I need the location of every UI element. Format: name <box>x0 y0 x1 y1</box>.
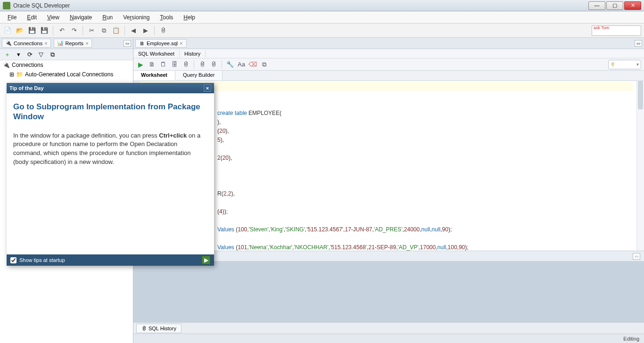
sql-tuning-icon[interactable]: 🛢 <box>198 60 206 69</box>
connection-selector[interactable]: ▾ <box>608 60 641 69</box>
bottom-tabs: 🛢 SQL History <box>133 322 644 334</box>
copy-icon[interactable]: ⧉ <box>99 26 108 35</box>
tip-text-bold: Ctrl+click <box>159 132 187 139</box>
dialog-close-icon[interactable]: × <box>204 84 211 92</box>
refresh-icon[interactable]: ⟳ <box>25 50 34 59</box>
header-sql-worksheet[interactable]: SQL Worksheet <box>133 50 180 57</box>
separator <box>154 26 155 35</box>
redo-icon[interactable]: ↷ <box>69 26 79 35</box>
dropdown-icon[interactable]: ▾ <box>14 50 23 59</box>
close-icon[interactable]: × <box>44 41 47 46</box>
menu-help[interactable]: Help <box>179 13 200 22</box>
undo-icon[interactable]: ↶ <box>57 26 66 35</box>
tab-connections[interactable]: 🔌 Connections × <box>2 39 51 48</box>
tab-reports[interactable]: 📊 Reports × <box>54 39 92 48</box>
header-history[interactable]: History <box>180 50 206 57</box>
query-icon[interactable]: ⧉ <box>260 60 268 69</box>
run-icon[interactable]: ▶ <box>136 60 145 69</box>
show-tips-label: Show tips at startup <box>19 257 65 263</box>
subtab-worksheet[interactable]: Worksheet <box>133 71 175 81</box>
subtab-querybuilder[interactable]: Query Builder <box>175 71 223 81</box>
minimize-panel-icon[interactable]: ▭ <box>633 253 640 260</box>
messages-log-area[interactable] <box>133 261 644 322</box>
rollback-icon[interactable]: 🛢 <box>209 60 218 69</box>
status-text: Editing <box>623 336 639 342</box>
reports-icon: 📊 <box>57 40 64 46</box>
menu-run[interactable]: Run <box>98 13 117 22</box>
worksheet-subtabs: Worksheet Query Builder <box>133 71 644 81</box>
menu-view[interactable]: View <box>42 13 64 22</box>
expand-icon[interactable]: ⊞ <box>9 71 14 78</box>
tree-icon[interactable]: ⧉ <box>48 50 57 59</box>
folder-icon: 📁 <box>16 71 23 78</box>
save-icon[interactable]: 💾 <box>27 26 37 35</box>
window-title: Oracle SQL Developer <box>13 2 588 9</box>
tree-node-autogen[interactable]: ⊞ 📁 Auto-Generated Local Connections <box>0 70 133 79</box>
menu-file[interactable]: File <box>3 13 21 22</box>
autotrace-icon[interactable]: 🗄 <box>170 60 179 69</box>
clear-icon[interactable]: ⌫ <box>248 60 257 69</box>
dialog-body: Go to Subprogram Implementation from Pac… <box>7 93 214 254</box>
main-toolbar: 📄 📂 💾 💾 ↶ ↷ ✂ ⧉ 📋 ◀ ▶ 🛢 ask Tom <box>0 24 644 38</box>
worksheet-header: SQL Worksheet History <box>133 49 644 58</box>
ask-tom-box[interactable]: ask Tom <box>592 25 641 36</box>
dialog-title: Tip of the Day <box>9 85 44 91</box>
separator <box>194 60 194 69</box>
connections-toolbar: ＋ ▾ ⟳ ▽ ⧉ <box>0 49 133 60</box>
connections-root-icon: 🔌 <box>3 62 10 68</box>
add-connection-icon[interactable]: ＋ <box>3 50 11 59</box>
menu-versioning[interactable]: Versioning <box>118 13 154 22</box>
window-titlebar: Oracle SQL Developer — ▢ ✕ <box>0 0 644 11</box>
tip-text-before: In the window for a package definition, … <box>13 132 159 139</box>
tab-employee-label: Employee.sql <box>147 41 178 46</box>
scrollbar-thumb[interactable] <box>638 81 643 109</box>
maximize-button[interactable]: ▢ <box>606 1 623 10</box>
separator <box>83 26 83 35</box>
tree-root-label: Connections <box>12 62 43 68</box>
commit-icon[interactable]: 🛢 <box>182 60 190 69</box>
dialog-titlebar[interactable]: Tip of the Day × <box>7 83 214 93</box>
cut-icon[interactable]: ✂ <box>87 26 96 35</box>
tip-of-day-dialog: Tip of the Day × Go to Subprogram Implem… <box>7 83 214 266</box>
app-icon <box>3 2 10 9</box>
sql-history-label: SQL History <box>149 326 176 331</box>
minimize-panel-icon[interactable]: ▭ <box>124 40 131 47</box>
history-icon: 🛢 <box>141 326 147 331</box>
tree-node-label: Auto-Generated Local Connections <box>25 71 113 78</box>
new-icon[interactable]: 📄 <box>3 26 12 35</box>
connections-icon: 🔌 <box>5 40 12 46</box>
unshared-icon[interactable]: 🔧 <box>226 60 234 69</box>
paste-icon[interactable]: 📋 <box>111 26 121 35</box>
explain-icon[interactable]: 🗒 <box>159 60 167 69</box>
left-panel-tabs: 🔌 Connections × 📊 Reports × ▭ <box>0 38 133 49</box>
sql-icon[interactable]: 🛢 <box>158 26 168 35</box>
next-tip-button[interactable]: ▶ <box>202 256 210 264</box>
open-icon[interactable]: 📂 <box>15 26 25 35</box>
back-icon[interactable]: ◀ <box>129 26 138 35</box>
menu-tools[interactable]: Tools <box>155 13 178 22</box>
casechange-icon[interactable]: Aa <box>237 60 246 69</box>
close-icon[interactable]: × <box>180 41 182 46</box>
filter-icon[interactable]: ▽ <box>37 50 45 59</box>
show-tips-checkbox[interactable] <box>10 257 17 263</box>
close-button[interactable]: ✕ <box>624 1 641 10</box>
worksheet-toolbar: ▶ 🗎 🗒 🗄 🛢 🛢 🛢 🔧 Aa ⌫ ⧉ ▾ <box>133 58 644 71</box>
tree-root-connections[interactable]: 🔌 Connections <box>0 60 133 70</box>
menu-edit[interactable]: Edit <box>22 13 41 22</box>
minimize-panel-icon[interactable]: ▭ <box>635 40 642 47</box>
editor-tabs: 🗎 Employee.sql × ▭ <box>133 38 644 49</box>
tab-sql-history[interactable]: 🛢 SQL History <box>136 324 182 333</box>
close-icon[interactable]: × <box>85 41 88 46</box>
saveall-icon[interactable]: 💾 <box>40 26 49 35</box>
separator <box>222 60 222 69</box>
menu-navigate[interactable]: Navigate <box>65 13 97 22</box>
status-bar: Editing <box>133 334 644 343</box>
run-script-icon[interactable]: 🗎 <box>148 60 156 69</box>
minimize-button[interactable]: — <box>588 1 605 10</box>
tab-reports-label: Reports <box>66 41 84 46</box>
separator <box>124 26 125 35</box>
window-buttons: — ▢ ✕ <box>588 1 641 10</box>
forward-icon[interactable]: ▶ <box>141 26 150 35</box>
vertical-scrollbar[interactable] <box>636 81 644 251</box>
tab-employee-sql[interactable]: 🗎 Employee.sql × <box>135 39 187 48</box>
